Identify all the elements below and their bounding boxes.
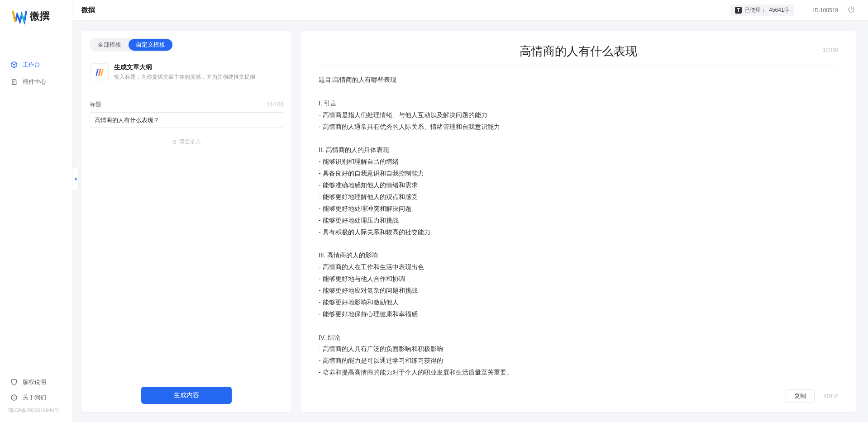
- title-input[interactable]: [90, 112, 283, 128]
- cube-icon: [10, 61, 18, 69]
- shield-icon: [10, 378, 18, 386]
- template-icon: [91, 63, 109, 81]
- clear-label: 清空录入: [179, 138, 201, 146]
- left-panel: 全部模板 自定义模板 生成文章大纲 输入标题，为你提供文章主体的灵感，并为其创建…: [81, 31, 291, 412]
- chevron-left-icon: [74, 177, 77, 181]
- generate-button[interactable]: 生成内容: [141, 387, 232, 404]
- nav-label: 版权说明: [23, 378, 46, 386]
- template-title: 生成文章大纲: [114, 63, 255, 71]
- divider: [319, 66, 838, 66]
- nav-workbench[interactable]: 工作台: [0, 56, 72, 73]
- copy-button[interactable]: 复制: [786, 389, 815, 403]
- nav: 工作台 稿件中心: [0, 56, 72, 375]
- title-label: 标题: [90, 100, 101, 109]
- tab-custom[interactable]: 自定义模板: [129, 39, 172, 51]
- nav-label: 稿件中心: [23, 78, 46, 86]
- template-card[interactable]: 生成文章大纲 输入标题，为你提供文章主体的灵感，并为其创建推文提纲: [90, 61, 283, 90]
- usage-prefix: 已使用：: [744, 6, 766, 14]
- nav-drafts[interactable]: 稿件中心: [0, 73, 72, 90]
- nav-about[interactable]: 关于我们: [0, 390, 72, 405]
- sidebar: 微撰 工作台 稿件中心 版权说明: [0, 0, 72, 422]
- content: 全部模板 自定义模板 生成文章大纲 输入标题，为你提供文章主体的灵感，并为其创建…: [72, 21, 868, 422]
- output-title[interactable]: 高情商的人有什么表现: [319, 41, 838, 62]
- page-title: 微撰: [81, 6, 95, 14]
- topbar: 微撰 T 已使用： 45641字 ID:100519: [72, 0, 868, 21]
- nav-label: 工作台: [23, 61, 40, 69]
- logo-icon: [11, 8, 27, 24]
- text-icon: T: [735, 7, 742, 14]
- usage-value: 45641字: [769, 6, 789, 14]
- icp-text: 鄂ICP备2022016946号: [0, 405, 72, 417]
- right-footer: 复制 404字: [786, 389, 838, 403]
- clear-input-button[interactable]: 清空录入: [90, 138, 283, 146]
- template-tabs: 全部模板 自定义模板: [90, 38, 173, 52]
- sidebar-bottom: 版权说明 关于我们 鄂ICP备2022016946号: [0, 375, 72, 422]
- usage-pill[interactable]: T 已使用： 45641字: [730, 5, 794, 16]
- template-desc: 输入标题，为你提供文章主体的灵感，并为其创建推文提纲: [114, 73, 255, 81]
- nav-copyright[interactable]: 版权说明: [0, 375, 72, 390]
- user-id: ID:100519: [813, 7, 838, 14]
- main: 微撰 T 已使用： 45641字 ID:100519 全部模板 自定义模板: [72, 0, 868, 422]
- logo-text: 微撰: [30, 9, 50, 23]
- logo[interactable]: 微撰: [0, 0, 72, 29]
- title-char-count: 11/100: [267, 101, 283, 108]
- sidebar-collapse-handle[interactable]: [72, 167, 79, 191]
- info-icon: [10, 394, 18, 402]
- doc-icon: [10, 78, 18, 86]
- power-icon[interactable]: [847, 5, 855, 15]
- output-body[interactable]: 题目:高情商的人有哪些表现 I. 引言 - 高情商是指人们处理情绪、与他人互动以…: [319, 74, 838, 379]
- trash-icon: [172, 139, 177, 145]
- output-title-count: 10/100: [823, 47, 838, 52]
- output-word-count: 404字: [824, 393, 838, 400]
- right-panel: 高情商的人有什么表现 10/100 题目:高情商的人有哪些表现 I. 引言 - …: [300, 31, 856, 412]
- nav-label: 关于我们: [23, 394, 46, 402]
- tab-all[interactable]: 全部模板: [91, 39, 129, 51]
